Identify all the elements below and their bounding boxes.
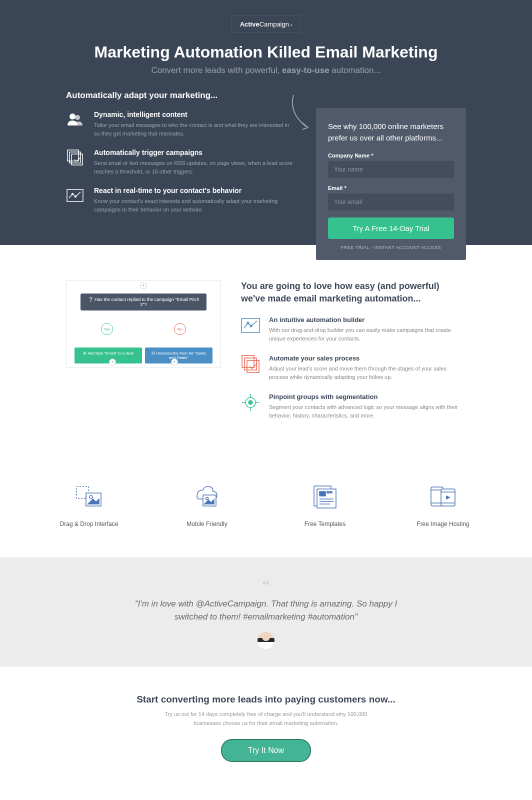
feature-desc: Send email or text messages on RSS updat… <box>94 159 296 176</box>
trial-button[interactable]: Try A Free 14-Day Trial <box>328 218 454 239</box>
testimonial-text: "I'm in love with @ActiveCampaign. That … <box>126 598 406 623</box>
logo-arrow-icon: › <box>290 22 292 28</box>
mobile-icon <box>164 482 250 512</box>
svg-rect-12 <box>244 358 256 370</box>
grid-label: Mobile Friendly <box>164 520 250 528</box>
svg-rect-11 <box>242 356 254 368</box>
feature-item: Dynamic, intelligent contentTailor your … <box>66 110 296 138</box>
builder-icon <box>241 316 260 335</box>
company-input[interactable] <box>328 161 454 178</box>
love-item-desc: Segment your contacts with advanced logi… <box>269 403 466 420</box>
signup-form: See why 100,000 online marketers prefer … <box>316 108 466 260</box>
love-item-title: An intuitive automation builder <box>269 316 466 324</box>
hero-section: ActiveCampaign› Marketing Automation Kil… <box>0 0 532 245</box>
quote-icon: “ <box>0 578 532 594</box>
feature-title: Dynamic, intelligent content <box>94 110 296 118</box>
love-item-desc: With our drag-and-drop builder you can e… <box>269 326 466 342</box>
features-grid: Drag & Drop Interface Mobile Friendly Fr… <box>0 456 532 558</box>
svg-rect-29 <box>330 492 332 493</box>
grid-item: Free Templates <box>282 482 368 528</box>
company-label: Company Name * <box>328 152 454 158</box>
people-icon <box>66 110 84 128</box>
checklist-icon <box>66 148 84 166</box>
feature-title: React in real-time to your contact's beh… <box>94 186 296 194</box>
flow-yes-node: Yes <box>101 323 113 335</box>
cta-title: Start converting more leads into paying … <box>0 694 532 705</box>
svg-point-0 <box>70 114 76 120</box>
logo[interactable]: ActiveCampaign› <box>232 15 300 33</box>
testimonial-section: “ "I'm in love with @ActiveCampaign. Tha… <box>0 558 532 666</box>
grid-label: Drag & Drop Interface <box>46 520 132 528</box>
cta-subtitle: Try us out for 14 days completely free o… <box>151 710 381 728</box>
love-item-title: Automate your sales process <box>269 354 466 362</box>
logo-text: ActiveCampaign› <box>240 20 292 28</box>
feature-desc: Know your contact's exact interests and … <box>94 197 296 214</box>
hero-section-title: Automatically adapt your marketing... <box>66 90 466 100</box>
love-item-title: Pinpoint groups with segmentation <box>269 393 466 400</box>
email-input[interactable] <box>328 194 454 210</box>
page-headline: Marketing Automation Killed Email Market… <box>66 43 466 62</box>
grid-label: Free Image Hosting <box>400 520 486 528</box>
svg-point-6 <box>72 194 74 195</box>
plus-icon: + <box>171 358 178 366</box>
grid-item: Drag & Drop Interface <box>46 482 132 528</box>
page-subhead: Convert more leads with powerful, easy-t… <box>66 66 466 76</box>
svg-rect-28 <box>327 492 329 493</box>
love-item: An intuitive automation builderWith our … <box>241 316 466 342</box>
testimonial-avatar <box>258 632 274 649</box>
feature-item: React in real-time to your contact's beh… <box>66 186 296 214</box>
love-item: Automate your sales processAdjust your l… <box>241 354 466 381</box>
svg-rect-27 <box>320 492 326 496</box>
grid-item: Mobile Friendly <box>164 482 250 528</box>
sales-icon <box>241 354 260 374</box>
flow-no-node: No <box>174 323 186 335</box>
flow-action-add: ⊕ Add task "Email" to a deal <box>74 348 142 364</box>
plus-icon: + <box>109 358 116 366</box>
hosting-icon <box>400 482 486 512</box>
target-icon <box>241 393 260 412</box>
feature-desc: Tailor your email messages to who the co… <box>94 121 296 138</box>
templates-icon <box>282 482 368 512</box>
hero-features: Dynamic, intelligent contentTailor your … <box>66 110 296 244</box>
form-title: See why 100,000 online marketers prefer … <box>328 121 454 144</box>
love-item-desc: Adjust your lead's score and move them t… <box>269 364 466 381</box>
love-item: Pinpoint groups with segmentationSegment… <box>241 393 466 420</box>
svg-rect-13 <box>247 360 259 372</box>
flow-question: ❔ Has the contact replied to the campaig… <box>80 294 206 310</box>
feature-item: Automatically trigger campaignsSend emai… <box>66 148 296 176</box>
love-title: You are going to love how easy (and powe… <box>241 280 466 305</box>
cta-section: Start converting more leads into paying … <box>0 666 532 796</box>
svg-point-15 <box>248 400 252 404</box>
svg-point-7 <box>75 196 76 198</box>
automation-flow-diagram: + ❔ Has the contact replied to the campa… <box>66 280 221 368</box>
grid-label: Free Templates <box>282 520 368 528</box>
try-it-now-button[interactable]: Try It Now <box>221 739 311 762</box>
form-note: FREE TRIAL - INSTANT ACCOUNT ACCESS <box>328 245 454 250</box>
plus-icon: + <box>140 282 147 289</box>
grid-item: Free Image Hosting <box>400 482 486 528</box>
curved-arrow-icon <box>286 92 316 132</box>
email-label: Email * <box>328 185 454 191</box>
feature-title: Automatically trigger campaigns <box>94 148 296 156</box>
svg-point-1 <box>75 115 80 120</box>
flow-action-unsub: ⊟ Unsubscribe from list "Sales and Deals… <box>145 348 212 364</box>
drag-drop-icon <box>46 482 132 512</box>
love-section: + ❔ Has the contact replied to the campa… <box>0 245 532 456</box>
chart-icon <box>66 186 84 204</box>
